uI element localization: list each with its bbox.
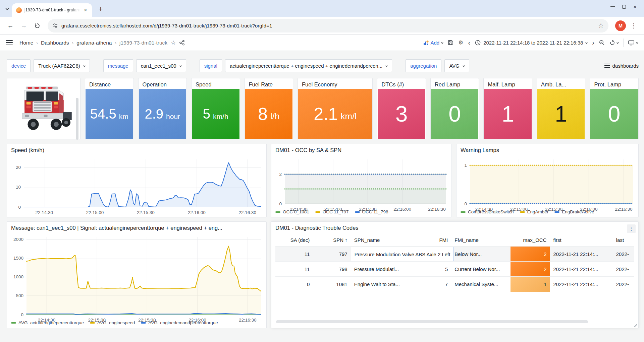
time-range-picker[interactable]: 2022-11-21 22:14:18 to 2022-11-21 22:16:… bbox=[475, 40, 587, 46]
time-range-text: 2022-11-21 22:14:18 to 2022-11-21 22:16:… bbox=[483, 40, 583, 46]
window-controls: × bbox=[603, 0, 644, 13]
profile-avatar[interactable]: M bbox=[615, 20, 626, 31]
save-icon[interactable] bbox=[448, 40, 453, 46]
zoom-out-icon[interactable] bbox=[599, 40, 605, 46]
filter-select-aggregation[interactable]: AVG bbox=[444, 59, 469, 72]
filter-row: deviceTruck (AAF622C8)messagecan1_eec1_s… bbox=[7, 59, 639, 72]
bookmark-star-icon[interactable]: ☆ bbox=[598, 22, 604, 29]
stat-title[interactable]: Fuel Economy bbox=[298, 78, 372, 89]
browser-menu-icon[interactable]: ⋮ bbox=[628, 22, 639, 29]
legend-item[interactable]: EngAmber bbox=[520, 209, 549, 214]
site-settings-icon[interactable] bbox=[52, 23, 58, 28]
stat-title[interactable]: Amb. La... bbox=[537, 78, 585, 89]
panel-title[interactable]: Message: can1_eec1_s00 | Signal: actuale… bbox=[7, 222, 266, 232]
breadcrumb-item[interactable]: j1939-73-dm01-truck bbox=[119, 40, 167, 46]
table-header-sa-dec-[interactable]: SA (dec) bbox=[275, 234, 313, 247]
legend-item[interactable]: OCC 11_797 bbox=[315, 209, 349, 214]
stat-unit: km bbox=[119, 108, 128, 120]
stat-title[interactable]: Speed bbox=[192, 78, 240, 89]
filter-label-aggregation: aggregation bbox=[406, 59, 441, 72]
legend-item[interactable]: CompressBrakeSwitch bbox=[461, 209, 514, 214]
svg-text:10: 10 bbox=[16, 185, 21, 190]
stat-title[interactable]: DTCs (#) bbox=[377, 78, 426, 89]
table-header-first[interactable]: first bbox=[550, 234, 613, 247]
add-panel-button[interactable]: Add bbox=[423, 40, 443, 46]
signal-chart[interactable]: 22:14:3022:15:0022:15:3022:16:0022:16:30… bbox=[7, 232, 266, 320]
menu-burger-icon[interactable] bbox=[6, 40, 13, 45]
stat-title[interactable]: Operation bbox=[139, 78, 187, 89]
time-shift-forward-icon[interactable]: › bbox=[592, 39, 594, 47]
stat-value-block: 3 bbox=[378, 89, 425, 139]
stat-value: 1 bbox=[555, 103, 567, 125]
settings-gear-icon[interactable]: ⚙ bbox=[458, 39, 463, 46]
address-bar[interactable]: grafana.csselectronics.stellarhosted.com… bbox=[48, 19, 608, 32]
svg-text:22:15:30: 22:15:30 bbox=[137, 210, 155, 215]
table-cell: 2022- bbox=[613, 277, 634, 292]
browser-tab[interactable]: j1939-73-dm01-truck - grafana × bbox=[12, 3, 92, 17]
back-button[interactable]: ← bbox=[5, 20, 16, 31]
table-header-spn[interactable]: SPN ↑ bbox=[313, 234, 351, 247]
window-close-button[interactable]: × bbox=[633, 4, 637, 10]
breadcrumb-separator-icon: › bbox=[115, 40, 116, 46]
filter-select-signal[interactable]: actualenginepercenttorque + enginespeed … bbox=[225, 59, 392, 72]
warning-lamps-panel: Warning Lamps 22:14:3022:15:0022:15:3022… bbox=[456, 144, 639, 217]
breadcrumb-item[interactable]: Home bbox=[19, 40, 33, 46]
table-cell: 5 bbox=[412, 262, 451, 277]
stat-title[interactable]: Distance bbox=[85, 78, 133, 89]
legend-item[interactable]: OCC 0_1081 bbox=[275, 209, 309, 214]
table-header-fmi-name[interactable]: FMI_name bbox=[451, 234, 511, 247]
svg-text:20: 20 bbox=[16, 165, 21, 170]
breadcrumb-item[interactable]: Dashboards bbox=[41, 40, 69, 46]
table-header-fmi[interactable]: FMI bbox=[412, 234, 451, 247]
table-row[interactable]: 01081Engine Wait to Sta...7Mechanical Sy… bbox=[275, 277, 634, 292]
favorite-star-icon[interactable]: ☆ bbox=[171, 39, 176, 46]
table-cell-max-occ: 1 bbox=[511, 277, 550, 292]
table-header-spn-name[interactable]: SPN_name bbox=[351, 234, 412, 247]
table-header-max-occ[interactable]: max_OCC bbox=[511, 234, 550, 247]
stats-row: Distance54.5kmOperation2.9hourSpeed5km/h… bbox=[7, 78, 639, 139]
occ-chart[interactable]: 22:14:3022:15:0022:15:3022:16:0022:16:30… bbox=[271, 155, 451, 209]
dashboards-button[interactable]: dashboards bbox=[604, 63, 639, 69]
legend-item[interactable]: OCC 11_798 bbox=[355, 209, 388, 214]
table-row[interactable]: 11798Pressure Modulati...5Current Below … bbox=[275, 262, 634, 277]
stat-title[interactable]: Fuel Rate bbox=[245, 78, 293, 89]
legend-item[interactable]: AVG_enginedemandpercenttorque bbox=[141, 320, 218, 325]
table-horizontal-scrollbar[interactable] bbox=[276, 320, 588, 323]
legend-item[interactable]: AVG_actualenginepercenttorque bbox=[11, 320, 84, 325]
stat-panel-operation: Operation2.9hour bbox=[138, 78, 187, 139]
panel-resize-handle[interactable] bbox=[634, 324, 637, 327]
panel-menu-icon[interactable]: ⋮ bbox=[627, 224, 636, 233]
share-icon[interactable] bbox=[179, 40, 185, 46]
panel-title[interactable]: Speed (km/h) bbox=[7, 144, 266, 155]
tv-kiosk-icon[interactable] bbox=[628, 40, 638, 46]
filter-select-message[interactable]: can1_eec1_s00 bbox=[136, 59, 186, 72]
forward-button[interactable]: → bbox=[18, 20, 30, 31]
panel-title[interactable]: Warning Lamps bbox=[457, 144, 638, 155]
legend-item[interactable]: AVG_enginespeed bbox=[90, 320, 135, 325]
reload-button[interactable] bbox=[32, 20, 43, 31]
breadcrumb: Home›Dashboards›grafana-athena›j1939-73-… bbox=[19, 40, 167, 46]
panel-title[interactable]: DM01 - OCC by SA & SPN bbox=[271, 144, 451, 155]
new-tab-button[interactable]: + bbox=[96, 5, 105, 14]
tab-search-caret-icon[interactable] bbox=[3, 4, 11, 13]
panel-title[interactable]: DM01 - Diagnostic Trouble Codes bbox=[271, 222, 638, 232]
tab-title: j1939-73-dm01-truck - grafana bbox=[24, 8, 80, 12]
filter-select-device[interactable]: Truck (AAF622C8) bbox=[34, 59, 90, 72]
breadcrumb-item[interactable]: grafana-athena bbox=[76, 40, 112, 46]
table-row[interactable]: 11797Pressure Modulation Valve ABS Axle … bbox=[275, 247, 634, 262]
legend-item[interactable]: EngBrakeActive bbox=[554, 209, 594, 214]
table-header-last[interactable]: last bbox=[613, 234, 634, 247]
refresh-icon[interactable] bbox=[609, 40, 619, 46]
stat-panel-fuel-rate: Fuel Rate8l/h bbox=[245, 78, 293, 139]
window-minimize-button[interactable] bbox=[610, 6, 615, 7]
window-maximize-button[interactable] bbox=[622, 5, 626, 9]
stat-title[interactable]: Red Lamp bbox=[431, 78, 479, 89]
legend-swatch-icon bbox=[275, 211, 280, 213]
tab-close-icon[interactable]: × bbox=[83, 7, 89, 13]
warning-lamps-chart[interactable]: 22:14:3022:15:0022:15:3022:16:0022:16:30… bbox=[457, 155, 638, 209]
stat-title[interactable]: Prot. Lamp bbox=[590, 78, 638, 89]
panel-scrollbar[interactable] bbox=[76, 98, 78, 140]
stat-title[interactable]: Malf. Lamp bbox=[484, 78, 532, 89]
speed-chart[interactable]: 22:14:3022:15:0022:15:3022:16:0022:16:30… bbox=[7, 155, 266, 217]
time-shift-back-icon[interactable]: ‹ bbox=[468, 39, 470, 47]
